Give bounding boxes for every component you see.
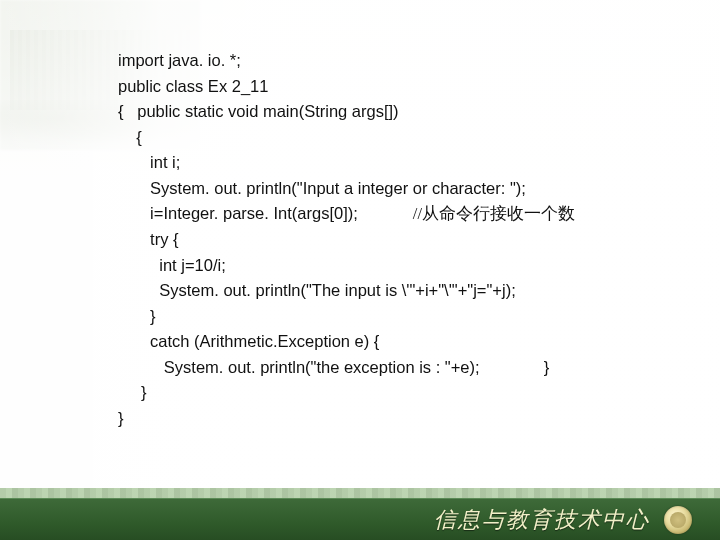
code-line: int i; (118, 153, 180, 171)
code-line: public class Ex 2_11 (118, 77, 268, 95)
code-line: i=Integer. parse. Int(args[0]); (118, 204, 413, 222)
code-comment: //从命令行接收一个数 (413, 204, 575, 223)
code-line: System. out. println("the exception is :… (118, 358, 480, 376)
code-line: int j=10/i; (118, 256, 226, 274)
footer-bar: 信息与教育技术中心 (0, 498, 720, 540)
code-line: { (118, 128, 142, 146)
code-line: System. out. println("The input is \'"+i… (118, 281, 516, 299)
footer-title: 信息与教育技术中心 (434, 505, 650, 535)
code-line: catch (Arithmetic.Exception e) { (118, 332, 379, 350)
code-line: try { (118, 230, 179, 248)
code-block: import java. io. *; public class Ex 2_11… (118, 48, 708, 431)
code-line: import java. io. *; (118, 51, 241, 69)
footer-logo-icon (664, 506, 692, 534)
code-line: { public static void main(String args[]) (118, 102, 399, 120)
code-line: } (118, 307, 156, 325)
code-line: } (118, 383, 146, 401)
code-line: } (118, 409, 124, 427)
code-line: System. out. println("Input a integer or… (118, 179, 526, 197)
code-line: } (480, 358, 550, 376)
footer-grass-decoration (0, 488, 720, 498)
